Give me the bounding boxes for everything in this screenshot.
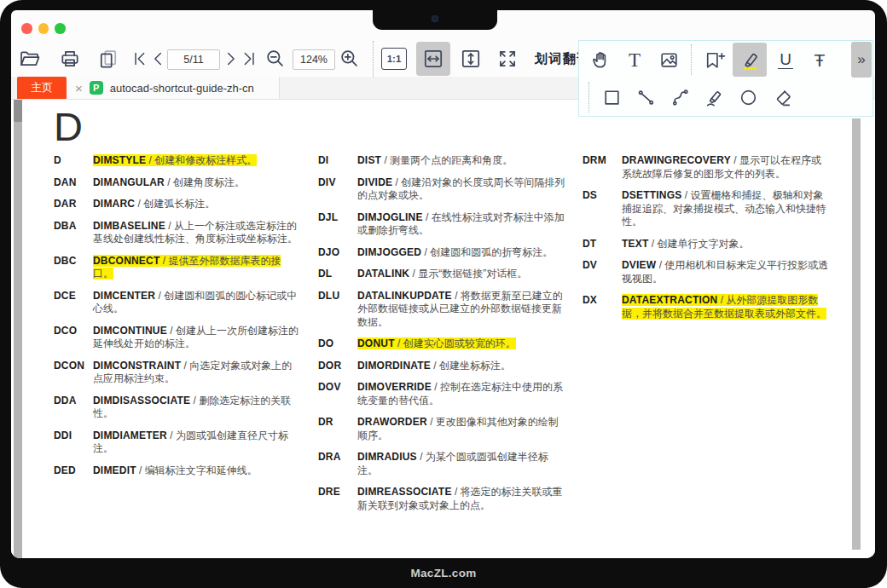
image-tool-button[interactable]: [653, 43, 684, 77]
shortcut-description: DIMDIAMETER / 为圆或弧创建直径尺寸标注。: [93, 429, 301, 456]
shortcut-entry: DORDIMORDINATE / 创建坐标标注。: [318, 360, 565, 373]
shortcut-description: DIVIDE / 创建沿对象的长度或周长等间隔排列的点对象或块。: [357, 176, 565, 203]
print-button[interactable]: [59, 48, 81, 70]
copy-pages-button[interactable]: [97, 48, 119, 70]
shortcut-entry: DANDIMANGULAR / 创建角度标注。: [54, 176, 301, 190]
zoom-in-button[interactable]: [339, 48, 361, 70]
next-page-button[interactable]: [221, 48, 240, 70]
bookmark-button[interactable]: [699, 43, 729, 77]
shortcut-description: DATAEXTRACTION / 从外部源提取图形数据，并将数据合并至数据提取表…: [622, 294, 830, 320]
shortcut-entry: DLUDATALINKUPDATE / 将数据更新至已建立的外部数据链接或从已建…: [318, 290, 565, 330]
shortcut-entry: DJODIMJOGGED / 创建圆和圆弧的折弯标注。: [318, 246, 565, 260]
zoom-out-button[interactable]: [264, 48, 287, 70]
first-page-button[interactable]: [131, 48, 150, 70]
curve-tool-button[interactable]: [664, 80, 695, 114]
annotation-separator: [588, 82, 589, 112]
columns: DDIMSTYLE / 创建和修改标注样式。DANDIMANGULAR / 创建…: [54, 154, 830, 521]
shortcut-code: D: [54, 154, 93, 168]
shortcut-description: DIMJOGGED / 创建圆和圆弧的折弯标注。: [357, 246, 565, 260]
screen: 1:1 划词翻译 主页 × P autocad-shortcut-guide-z…: [11, 10, 875, 558]
laptop-chin: MacZL.com: [0, 558, 887, 588]
expand-icon: [496, 48, 519, 70]
open-file-button[interactable]: [19, 48, 41, 70]
shortcut-code: DDI: [54, 429, 93, 456]
shortcut-description: DBCONNECT / 提供至外部数据库表的接口。: [93, 255, 301, 281]
close-window-button[interactable]: [21, 23, 32, 34]
fullscreen-button[interactable]: [496, 47, 519, 71]
highlight-annotation[interactable]: DONUT / 创建实心圆或较宽的环。: [357, 337, 516, 349]
shortcut-entry: DSDSETTINGS / 设置栅格和捕捉、极轴和对象捕捉追踪、对象捕捉模式、动…: [583, 189, 830, 229]
strikethrough-tool-button[interactable]: Ŧ: [804, 43, 835, 77]
tab-home[interactable]: 主页: [17, 77, 67, 99]
sidebar-scrollbar-thumb[interactable]: [14, 100, 22, 122]
camera-dot: [432, 15, 438, 22]
shortcut-code: DRE: [318, 486, 357, 512]
camera-notch: [373, 9, 497, 30]
shortcut-description: DIMCONTINUE / 创建从上一次所创建标注的延伸线处开始的标注。: [93, 325, 301, 351]
highlight-annotation[interactable]: DIMSTYLE / 创建和修改标注样式。: [93, 154, 257, 166]
toolbar-separator: [373, 41, 374, 77]
laptop-frame: 1:1 划词翻译 主页 × P autocad-shortcut-guide-z…: [0, 0, 887, 588]
shortcut-entry: DDADIMDISASSOCIATE / 删除选定标注的关联性。: [54, 395, 301, 421]
pages-icon: [97, 48, 119, 70]
fit-width-icon: [422, 48, 444, 70]
eraser-tool-button[interactable]: [767, 80, 797, 114]
vertical-scrollbar[interactable]: [852, 118, 861, 550]
line-tool-button[interactable]: [630, 80, 661, 114]
shortcut-description: DIMSTYLE / 创建和修改标注样式。: [93, 154, 301, 168]
annotation-toolbar-row-1: T U Ŧ »: [579, 41, 873, 78]
last-page-icon: [239, 49, 258, 68]
fit-width-button[interactable]: [416, 42, 450, 76]
shortcut-entry: DRMDRAWINGRECOVERY / 显示可以在程序或系统故障后修复的图形文…: [583, 154, 830, 181]
actual-size-button[interactable]: 1:1: [381, 48, 407, 70]
zoom-level-input[interactable]: [293, 49, 335, 70]
circle-tool-button[interactable]: [733, 80, 763, 114]
shortcut-code: DED: [54, 464, 93, 478]
shortcut-code: DJO: [318, 246, 357, 260]
magnifier-minus-icon: [264, 48, 287, 70]
page-number-input[interactable]: [167, 49, 220, 70]
shortcut-code: DCE: [54, 290, 93, 316]
close-tab-icon[interactable]: ×: [75, 82, 83, 95]
shortcut-entry: DDIMSTYLE / 创建和修改标注样式。: [54, 154, 301, 168]
shortcut-column: DIDIST / 测量两个点的距离和角度。DIVDIVIDE / 创建沿对象的长…: [318, 154, 565, 521]
shortcut-entry: DDIDIMDIAMETER / 为圆或弧创建直径尺寸标注。: [54, 429, 301, 456]
highlight-annotation[interactable]: DBCONNECT / 提供至外部数据库表的接口。: [93, 255, 281, 280]
shortcut-description: DIST / 测量两个点的距离和角度。: [357, 154, 565, 168]
section-letter: D: [54, 107, 83, 147]
last-page-button[interactable]: [239, 48, 258, 70]
shortcut-code: DBC: [54, 255, 93, 281]
shortcut-entry: DEDDIMEDIT / 编辑标注文字和延伸线。: [54, 464, 301, 478]
tab-document[interactable]: × P autocad-shortcut-guide-zh-cn: [67, 77, 280, 99]
shortcut-code: DAN: [54, 176, 93, 190]
chevron-right-icon: [221, 49, 240, 68]
minimize-window-button[interactable]: [38, 23, 49, 34]
shortcut-code: DX: [583, 294, 622, 320]
underline-icon: U: [778, 51, 793, 69]
zoom-window-button[interactable]: [55, 23, 66, 34]
hand-tool-button[interactable]: [585, 43, 616, 77]
strikethrough-icon: Ŧ: [815, 51, 826, 69]
underline-tool-button[interactable]: U: [770, 43, 801, 77]
highlight-annotation[interactable]: DATAEXTRACTION / 从外部源提取图形数据，并将数据合并至数据提取表…: [622, 294, 826, 320]
brand-label: MacZL.com: [411, 567, 477, 579]
text-tool-icon: T: [629, 50, 641, 70]
shortcut-code: DAR: [54, 198, 93, 211]
fit-height-button[interactable]: [458, 46, 484, 72]
rectangle-tool-button[interactable]: [596, 80, 627, 114]
text-tool-button[interactable]: T: [619, 43, 650, 77]
more-tools-button[interactable]: »: [851, 42, 872, 78]
shortcut-entry: DARDIMARC / 创建弧长标注。: [54, 198, 301, 211]
previous-page-button[interactable]: [149, 48, 168, 70]
shortcut-code: DCO: [54, 325, 93, 351]
shortcut-description: DIMEDIT / 编辑标注文字和延伸线。: [93, 464, 301, 478]
shortcut-description: DONUT / 创建实心圆或较宽的环。: [357, 337, 565, 351]
shortcut-description: DIMDISASSOCIATE / 删除选定标注的关联性。: [93, 395, 301, 421]
highlight-tool-button[interactable]: [733, 43, 767, 77]
shortcut-description: DIMRADIUS / 为某个圆或圆弧创建半径标注。: [357, 451, 565, 477]
shortcut-description: DVIEW / 使用相机和目标来定义平行投影或透视视图。: [622, 259, 830, 285]
sidebar-scrollbar[interactable]: [14, 100, 22, 558]
pen-tool-button[interactable]: [699, 80, 729, 114]
shortcut-description: DATALINKUPDATE / 将数据更新至已建立的外部数据链接或从已建立的外…: [357, 290, 565, 330]
shortcut-description: DIMORDINATE / 创建坐标标注。: [357, 360, 565, 373]
